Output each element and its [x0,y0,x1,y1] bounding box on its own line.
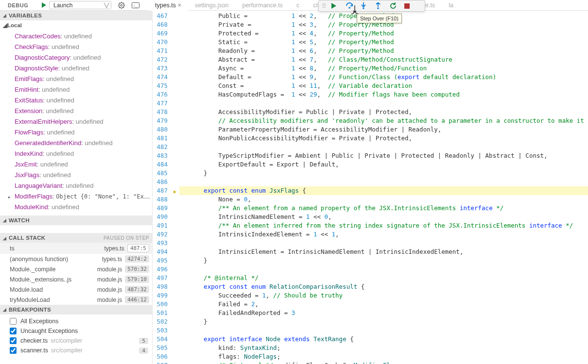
code-line[interactable]: IntrinsicNamedElement = 1 << 0, [189,213,588,221]
code-line[interactable]: // Accessibility modifiers and 'readonly… [189,116,588,125]
callstack-frame[interactable]: Module._extensions..jsmodule.js579:10 [0,274,152,284]
callstack-frame[interactable]: (anonymous function)types.ts4274:2 [0,254,152,264]
variable-row[interactable]: EmitFlags: undefined [0,74,152,84]
code-line[interactable]: } [189,317,588,326]
code-line[interactable] [189,326,588,335]
code-line[interactable]: HasComputedFlags = 1 << 29, // Modifier … [189,90,588,99]
code-line[interactable]: IntrinsicIndexedElement = 1 << 1, [189,230,588,239]
breakpoint-checkbox[interactable] [10,328,17,334]
code-line[interactable]: export const enum JsxFlags { [179,186,588,195]
code-area[interactable]: Public = 1 << 2, // Property/Method Priv… [179,11,588,364]
code-line[interactable]: flags: NodeFlags; [189,352,588,361]
variables-scope-header[interactable]: ◢Local [0,20,152,30]
drag-handle-icon[interactable]: ⠿ [322,2,326,10]
callstack-frame[interactable]: tryModuleLoadmodule.js446:12 [0,295,152,305]
variable-row[interactable]: ExternalEmitHelpers: undefined [0,116,152,127]
line-number: 507 [153,361,168,364]
variable-row[interactable]: IndexKind: undefined [0,149,152,159]
code-line[interactable]: Protected = 1 << 4, // Property/Method [189,29,588,38]
breakpoint-checkbox[interactable] [10,318,17,325]
line-number: 491 [153,221,168,230]
code-line[interactable]: } [189,256,588,265]
code-line[interactable]: IntrinsicElement = IntrinsicNamedElement… [189,248,588,256]
code-line[interactable]: ParameterPropertyModifier = Accessibilit… [189,125,588,134]
code-line[interactable]: ExportDefault = Export | Default, [189,160,588,169]
variable-row[interactable]: ModifierFlags: Object {0: "None", 1: "Ex… [0,191,152,202]
code-line[interactable] [189,239,588,248]
code-line[interactable]: /* @internal */ modifierFlagsCache?: Mod… [189,361,588,364]
variable-row[interactable]: JsxEmit: undefined [0,159,152,170]
editor[interactable]: 4674684694704714724734744754764774784794… [153,11,588,364]
launch-config-select[interactable]: Launch ╲╱ [49,1,111,9]
callstack-panel-header[interactable]: ◢CALL STACK PAUSED ON STEP [0,233,152,243]
variables-panel-header[interactable]: ◢VARIABLES [0,11,152,20]
debug-console-icon[interactable]: ›_ [132,2,139,8]
breakpoint-row[interactable]: scanner.tssrc/compiler4 [0,346,152,355]
callstack-frame[interactable]: Module._compilemodule.js570:32 [0,264,152,274]
breakpoint-row[interactable]: Uncaught Exceptions [0,326,152,336]
variable-row[interactable]: CharacterCodes: undefined [0,31,152,42]
code-line[interactable]: /** An element from a named property of … [189,204,588,213]
breakpoint-row[interactable]: checker.tssrc/compiler5 [0,336,152,346]
start-debug-button[interactable] [39,2,49,8]
variable-row[interactable]: DiagnosticStyle: undefined [0,63,152,74]
close-icon[interactable]: × [178,0,181,11]
variable-row[interactable]: Extension: undefined [0,106,152,116]
code-line[interactable]: Const = 1 << 11, // Variable declaration [189,82,588,90]
tab-c[interactable]: c [290,0,306,11]
variable-row[interactable]: JsxFlags: undefined [0,170,152,181]
code-line[interactable]: Succeeded = 1, // Should be truthy [189,291,588,300]
code-line[interactable] [189,265,588,274]
stop-button[interactable] [404,3,413,9]
variable-row[interactable]: ModuleKind: undefined [0,202,152,213]
gear-icon[interactable] [118,2,125,9]
code-line[interactable]: Abstract = 1 << 7, // Class/Method/Const… [189,55,588,64]
code-line[interactable]: NonPublicAccessibilityModifier = Private… [189,134,588,143]
callstack-frame[interactable]: Module.loadmodule.js487:32 [0,284,152,295]
step-over-button[interactable] [346,2,355,9]
code-line[interactable]: } [189,169,588,178]
debug-action-bar[interactable]: ⠿ [318,0,425,12]
code-line[interactable] [189,143,588,151]
code-line[interactable]: TypeScriptModifier = Ambient | Public | … [189,151,588,160]
variable-row[interactable]: GeneratedIdentifierKind: undefined [0,138,152,149]
code-line[interactable]: Failed = 2, [189,300,588,309]
variable-row[interactable]: CheckFlags: undefined [0,42,152,52]
variable-row[interactable]: LanguageVariant: undefined [0,181,152,191]
code-line[interactable]: kind: SyntaxKind; [189,344,588,352]
continue-button[interactable] [331,3,340,9]
code-line[interactable]: FailedAndReported = 3 [189,309,588,317]
code-line[interactable]: Readonly = 1 << 6, // Property/Method [189,47,588,55]
code-line[interactable]: /** An element inferred from the string … [189,221,588,230]
code-line[interactable]: Async = 1 << 8, // Property/Method/Funct… [189,64,588,73]
code-line[interactable]: AccessibilityModifier = Public | Private… [189,108,588,116]
debug-title: DEBUG [0,2,39,8]
variable-row[interactable]: EmitHint: undefined [0,84,152,95]
variable-row[interactable]: FlowFlags: undefined [0,127,152,138]
code-line[interactable]: /* @internal */ [189,274,588,282]
restart-button[interactable] [390,2,398,9]
line-number: 504 [153,335,168,344]
tab-la[interactable]: la [442,0,460,11]
callstack-frame[interactable]: tstypes.ts487:5 [0,243,152,254]
code-line[interactable]: export interface Node extends TextRange … [189,335,588,344]
code-line[interactable]: None = 0, [189,195,588,204]
breakpoint-checkbox[interactable] [10,347,17,354]
breakpoint-checkbox[interactable] [10,337,17,344]
code-line[interactable] [189,178,588,186]
code-line[interactable]: Static = 1 << 5, // Property/Method [189,38,588,47]
step-out-button[interactable] [375,2,384,9]
tab-performance-ts[interactable]: performance.ts [236,0,290,11]
top-bar: DEBUG Launch ╲╱ ›_ types.ts×settings.jso… [0,0,588,11]
variable-row[interactable]: ExitStatus: undefined [0,95,152,106]
code-line[interactable]: Default = 1 << 9, // Function/Class (exp… [189,73,588,82]
tab-types-ts[interactable]: types.ts× [148,0,188,11]
code-line[interactable]: export const enum RelationComparisonResu… [189,282,588,291]
watch-panel-header[interactable]: ◢WATCH [0,215,152,225]
step-into-button[interactable] [361,2,369,9]
variable-row[interactable]: DiagnosticCategory: undefined [0,52,152,63]
breakpoint-row[interactable]: All Exceptions [0,316,152,326]
breakpoints-panel-header[interactable]: ◢BREAKPOINTS [0,305,152,314]
tab-settings-json[interactable]: settings.json [188,0,235,11]
code-line[interactable] [189,99,588,108]
